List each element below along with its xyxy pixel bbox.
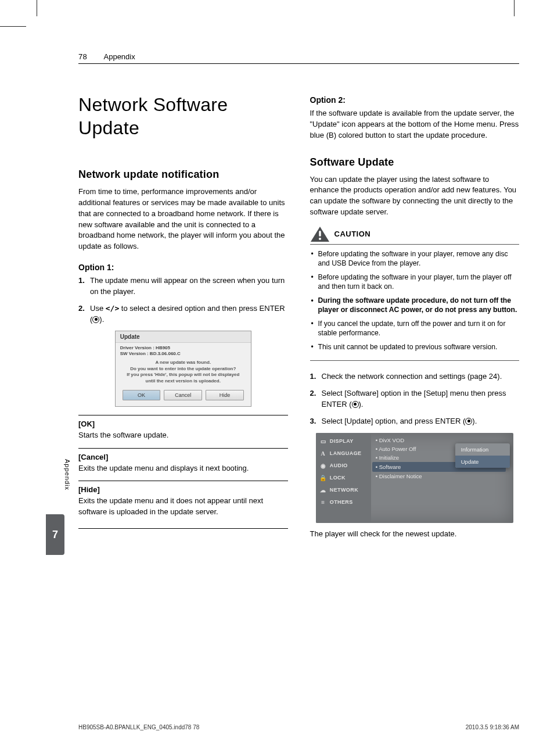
monitor-icon: ▭ bbox=[319, 438, 327, 445]
network-icon: ☁ bbox=[319, 486, 327, 494]
side-tab-chapter: 7 bbox=[46, 514, 64, 555]
section-name: Appendix bbox=[104, 52, 135, 61]
enter-icon bbox=[92, 316, 99, 323]
update-step1: 1. Check the network connection and sett… bbox=[310, 371, 520, 382]
submenu-update[interactable]: Update bbox=[455, 456, 510, 468]
caution-box: CAUTION Before updating the software in … bbox=[310, 226, 520, 361]
option2-heading: Option 2: bbox=[310, 95, 520, 105]
footer-filename: HB905SB-A0.BPANLLK_ENG_0405.indd78 78 bbox=[78, 724, 199, 730]
side-language[interactable]: ALANGUAGE bbox=[316, 447, 371, 460]
def-cancel: [Cancel] Exits the update menu and displ… bbox=[78, 448, 288, 474]
svg-point-1 bbox=[319, 238, 321, 240]
intro-paragraph: From time to time, performance improveme… bbox=[78, 187, 288, 252]
language-icon: A bbox=[319, 450, 327, 457]
screenshot-caption: The player will check for the newest upd… bbox=[310, 529, 520, 540]
caution-list: Before updating the software in your pla… bbox=[310, 249, 520, 361]
option2-paragraph: If the software update is available from… bbox=[310, 108, 520, 141]
arrow-keys-icon: </> bbox=[106, 304, 119, 313]
software-submenu: Information Update bbox=[455, 443, 510, 468]
dialog-title: Update bbox=[116, 331, 251, 343]
dialog-cancel-button[interactable]: Cancel bbox=[164, 390, 202, 400]
page-title: Network Software Update bbox=[78, 93, 288, 139]
submenu-information[interactable]: Information bbox=[455, 443, 510, 456]
content-columns: Network Software Update Network update n… bbox=[78, 93, 519, 692]
setup-menu-screenshot: ▭DISPLAY ALANGUAGE ◉AUDIO 🔒LOCK ☁NETWORK… bbox=[316, 433, 513, 523]
caution-item: Before updating the software in your pla… bbox=[310, 273, 520, 292]
update-dialog-screenshot: Update Driver Version : HB905 SW Version… bbox=[115, 331, 251, 407]
svg-rect-0 bbox=[319, 231, 321, 237]
audio-icon: ◉ bbox=[319, 462, 327, 470]
caution-item: This unit cannot be updated to previous … bbox=[310, 342, 520, 352]
sw-version: SW Version : BD.3.06.060.C bbox=[120, 351, 246, 356]
side-lock[interactable]: 🔒LOCK bbox=[316, 472, 371, 484]
row-disclaimer[interactable]: Disclaimer Notice bbox=[376, 472, 509, 481]
side-tab-label: Appendix bbox=[64, 459, 71, 490]
def-ok: [OK] Starts the software update. bbox=[78, 415, 288, 441]
manual-page: 78 Appendix Appendix 7 Network Software … bbox=[44, 17, 519, 739]
def-hide: [Hide] Exits the update menu and it does… bbox=[78, 481, 288, 529]
dialog-message: A new update was found. Do you want to e… bbox=[123, 360, 244, 384]
enter-icon bbox=[352, 401, 359, 408]
subheading-software-update: Software Update bbox=[310, 156, 520, 169]
caution-icon bbox=[310, 226, 330, 242]
dialog-ok-button[interactable]: OK bbox=[123, 390, 161, 400]
side-audio[interactable]: ◉AUDIO bbox=[316, 460, 371, 472]
option1-step1: 1. The update menu will appear on the sc… bbox=[78, 275, 288, 298]
update-steps: 1. Check the network connection and sett… bbox=[310, 371, 520, 427]
option1-steps: 1. The update menu will appear on the sc… bbox=[78, 275, 288, 325]
option1-step2: 2. Use </> to select a desired option an… bbox=[78, 303, 288, 325]
subheading-notification: Network update notification bbox=[78, 169, 288, 181]
option1-heading: Option 1: bbox=[78, 263, 288, 272]
page-footer: HB905SB-A0.BPANLLK_ENG_0405.indd78 78 20… bbox=[78, 724, 519, 730]
caution-item: Before updating the software in your pla… bbox=[310, 249, 520, 268]
side-display[interactable]: ▭DISPLAY bbox=[316, 435, 371, 447]
lock-icon: 🔒 bbox=[319, 474, 327, 482]
caution-item: If you cancel the update, turn off the p… bbox=[310, 319, 520, 338]
caution-label: CAUTION bbox=[334, 230, 371, 238]
enter-icon bbox=[465, 418, 472, 425]
side-others[interactable]: ≡OTHERS bbox=[316, 496, 371, 508]
driver-version: Driver Version : HB905 bbox=[120, 345, 246, 350]
software-update-paragraph: You can update the player using the late… bbox=[310, 174, 520, 218]
setup-sidebar: ▭DISPLAY ALANGUAGE ◉AUDIO 🔒LOCK ☁NETWORK… bbox=[316, 433, 371, 523]
side-network[interactable]: ☁NETWORK bbox=[316, 484, 371, 496]
list-icon: ≡ bbox=[319, 499, 327, 506]
update-step3: 3. Select [Update] option, and press ENT… bbox=[310, 416, 520, 427]
left-column: Network Software Update Network update n… bbox=[78, 93, 288, 692]
right-column: Option 2: If the software update is avai… bbox=[310, 93, 520, 692]
footer-timestamp: 2010.3.5 9:18:36 AM bbox=[466, 724, 519, 730]
caution-item: During the software update procedure, do… bbox=[310, 296, 520, 315]
update-step2: 2. Select [Software] option in the [Setu… bbox=[310, 388, 520, 410]
page-header: 78 Appendix bbox=[78, 52, 519, 64]
dialog-hide-button[interactable]: Hide bbox=[206, 390, 244, 400]
page-number: 78 bbox=[78, 52, 87, 61]
